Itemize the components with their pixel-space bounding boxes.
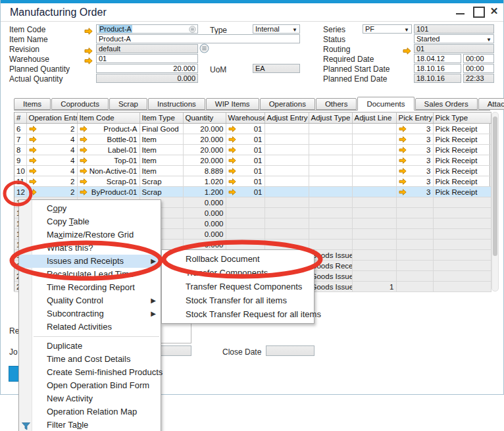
grid-scrollbar-thumb[interactable] (493, 116, 497, 256)
link-arrow-icon[interactable] (80, 136, 88, 143)
link-arrow-icon[interactable] (80, 126, 88, 132)
type-dropdown[interactable]: Internal▼ (253, 24, 300, 34)
column-header-adjust-type[interactable]: Adjust Type (309, 113, 352, 124)
column-header-item-type[interactable]: Item Type (139, 113, 183, 124)
link-arrow-icon[interactable] (228, 136, 236, 143)
status-dropdown[interactable]: Started▼ (414, 34, 494, 43)
column-header-pick-entry[interactable]: Pick Entry (396, 113, 433, 124)
column-header-operation-entry[interactable]: Operation Entry (26, 113, 77, 124)
link-arrow-icon[interactable] (228, 157, 236, 164)
menu-item-operation-relation-map[interactable]: Operation Relation Map (19, 405, 161, 418)
link-arrow-icon[interactable] (228, 126, 236, 132)
link-arrow-icon[interactable] (29, 189, 37, 195)
link-arrow-icon[interactable] (228, 178, 236, 185)
menu-item-copy-table[interactable]: Copy Table (19, 215, 161, 228)
planned-start-date-field[interactable]: 18.10.16 (414, 64, 461, 73)
link-arrow-icon[interactable] (29, 136, 37, 143)
menu-item-what-s-this-[interactable]: What's this? (19, 241, 161, 255)
table-row-7[interactable]: 74Bottle-01Item20.000013Pick Receipt (14, 134, 491, 145)
link-arrow-icon[interactable] (29, 168, 37, 174)
submenu-item-transfer-request-components[interactable]: Transfer Request Components (162, 280, 314, 293)
submenu-item-rollback-document[interactable]: Rollback Document (162, 252, 314, 266)
link-arrow-icon[interactable] (29, 178, 37, 185)
choose-from-list-icon[interactable] (199, 43, 209, 56)
column-header-adjust-line[interactable]: Adjust Line (352, 113, 396, 124)
link-arrow-icon[interactable] (399, 178, 407, 185)
close-button[interactable]: ✕ (488, 5, 500, 17)
link-arrow-icon[interactable] (399, 157, 407, 164)
table-row-9[interactable]: 94Top-01Item20.000013Pick Receipt (14, 155, 491, 166)
tab-scrap[interactable]: Scrap (109, 98, 147, 110)
menu-item-copy[interactable]: Copy (19, 202, 161, 215)
link-arrow-icon[interactable] (80, 168, 88, 174)
menu-item-new-activity[interactable]: New Activity (19, 392, 161, 405)
menu-item-open-operation-bind-form[interactable]: Open Operation Bind Form (19, 379, 161, 392)
menu-item-create-semi-finished-products[interactable]: Create Semi-finished Products (19, 366, 161, 379)
link-arrow-icon[interactable] (80, 189, 88, 195)
table-row-11[interactable]: 112Scrap-01Scrap1.020013Pick Receipt (14, 176, 491, 187)
menu-item-subcontracting[interactable]: Subcontracting▶ (19, 307, 161, 320)
menu-item-recalculate-lead-time[interactable]: Recalculate Lead Time (19, 268, 161, 281)
menu-item-quality-control[interactable]: Quality Control▶ (19, 294, 161, 307)
tab-operations[interactable]: Operations (260, 98, 315, 110)
link-arrow-icon[interactable] (399, 126, 407, 132)
menu-item-filter-table[interactable]: Filter Table (19, 418, 161, 431)
tab-coproducts[interactable]: Coproducts (51, 98, 109, 110)
column-header-warehouse[interactable]: Warehouse (226, 113, 265, 124)
link-arrow-icon[interactable] (403, 45, 411, 57)
table-row-8[interactable]: 84Label-01Item20.000013Pick Receipt (14, 145, 491, 155)
link-arrow-icon[interactable] (399, 189, 407, 195)
table-row-10[interactable]: 104Non-Active-01Item8.889013Pick Receipt (14, 166, 491, 176)
required-date-field[interactable]: 18.04.12 (414, 54, 461, 63)
menu-item-time-and-cost-details[interactable]: Time and Cost Details (19, 353, 161, 366)
grid-scrollbar[interactable] (491, 112, 499, 292)
menu-item-related-activities[interactable]: Related Activities (19, 320, 161, 334)
link-arrow-icon[interactable] (29, 157, 37, 164)
tab-documents[interactable]: Documents (357, 97, 414, 111)
table-row-12[interactable]: 122ByProduct-01Scrap1.200013Pick Receipt (14, 187, 491, 197)
tab-sales-orders[interactable]: Sales Orders (415, 98, 478, 110)
link-arrow-icon[interactable] (80, 147, 88, 153)
tab-others[interactable]: Others (316, 98, 357, 110)
column-header-item-code[interactable]: Item Code (77, 113, 139, 124)
link-arrow-icon[interactable] (29, 126, 37, 132)
column-header-adjust-entry[interactable]: Adjust Entry (265, 113, 309, 124)
link-arrow-icon[interactable] (80, 157, 88, 164)
menu-item-time-recording-report[interactable]: Time Recording Report (19, 281, 161, 294)
link-arrow-icon[interactable] (228, 147, 236, 153)
menu-item-issues-and-receipts[interactable]: Issues and Receipts▶ (19, 255, 161, 268)
link-arrow-icon[interactable] (80, 178, 88, 185)
maximize-button[interactable] (472, 5, 484, 17)
link-arrow-icon[interactable] (29, 147, 37, 153)
link-arrow-icon[interactable] (228, 189, 236, 195)
item-code-field[interactable]: Product-A (96, 24, 198, 34)
table-row-6[interactable]: 62Product-AFinal Good20.000013Pick Recei… (14, 124, 491, 134)
submenu-item-stock-transfer-for-all-items[interactable]: Stock Transfer for all items (162, 293, 314, 307)
link-arrow-icon[interactable] (399, 168, 407, 174)
tab-items[interactable]: Items (14, 98, 51, 110)
required-time-field[interactable]: 00:00 (463, 54, 494, 63)
submenu-item-stock-transfer-request-for-all-items[interactable]: Stock Transfer Request for all items (162, 307, 314, 321)
minimize-button[interactable] (455, 5, 466, 17)
link-arrow-icon[interactable] (399, 136, 407, 143)
link-arrow-icon[interactable] (84, 55, 93, 67)
tab-wip-items[interactable]: WIP Items (206, 98, 259, 110)
column-header-row-number[interactable]: # (14, 113, 26, 124)
revision-field[interactable]: default (96, 44, 198, 53)
series-dropdown[interactable]: PF▼ (363, 24, 412, 34)
tab-instructions[interactable]: Instructions (148, 98, 205, 110)
item-name-field[interactable]: Product-A (96, 34, 300, 43)
planned-quantity-field[interactable]: 20.000 (96, 64, 198, 73)
warehouse-field[interactable]: 01 (96, 54, 198, 63)
menu-item-duplicate[interactable]: Duplicate (19, 340, 161, 353)
column-header-quantity[interactable]: Quantity (183, 113, 226, 124)
menu-item-maximize-restore-grid[interactable]: Maximize/Restore Grid (19, 228, 161, 241)
choose-from-list-icon[interactable] (189, 26, 196, 34)
planned-start-time-field[interactable]: 00:00 (463, 64, 494, 73)
tab-attachments[interactable]: Attachments (478, 98, 504, 110)
link-arrow-icon[interactable] (228, 168, 236, 174)
link-arrow-icon[interactable] (399, 147, 407, 153)
submenu-item-transfer-components[interactable]: Transfer Components (162, 266, 314, 280)
column-header-pick-type[interactable]: Pick Type (433, 113, 491, 124)
link-arrow-icon[interactable] (84, 26, 93, 38)
